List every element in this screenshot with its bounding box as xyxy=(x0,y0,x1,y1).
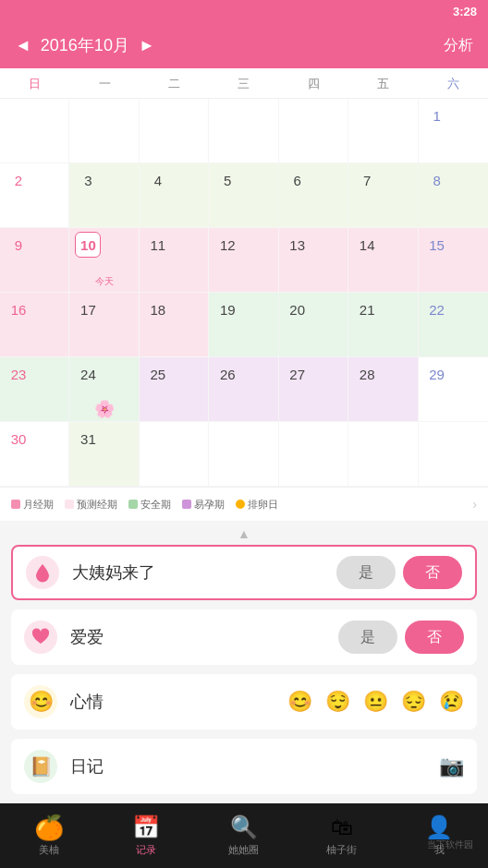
calendar-cell[interactable] xyxy=(140,99,209,163)
next-month-button[interactable]: ► xyxy=(139,36,155,55)
calendar-day-number: 10 xyxy=(75,232,101,258)
love-question-card: 爱爱 是 否 xyxy=(11,609,477,665)
calendar-cell[interactable]: 29 xyxy=(419,357,488,422)
calendar-cell[interactable]: 1 xyxy=(419,99,488,163)
love-yes-button[interactable]: 是 xyxy=(338,621,397,654)
legend-more-arrow[interactable]: › xyxy=(472,497,477,512)
nav-meizhu[interactable]: 🍊 美柚 xyxy=(0,814,98,857)
legend-predicted-dot xyxy=(65,500,74,509)
calendar-cell[interactable]: 15 xyxy=(419,228,488,293)
calendar-cell[interactable]: 17 xyxy=(69,293,139,357)
ovulation-icon: 🌸 xyxy=(94,399,115,419)
calendar-cell[interactable]: 10今天 xyxy=(69,228,139,293)
mood-happy[interactable]: 😊 xyxy=(287,690,312,714)
diary-question-card[interactable]: 📔 日记 📷 xyxy=(11,739,477,794)
mood-cry[interactable]: 😢 xyxy=(439,690,464,714)
nav-circle[interactable]: 🔍 她她圈 xyxy=(195,814,293,857)
calendar-day-number: 19 xyxy=(214,296,240,322)
calendar-cell[interactable]: 21 xyxy=(348,293,418,357)
calendar-cell[interactable] xyxy=(209,422,278,487)
calendar-cell[interactable]: 3 xyxy=(69,163,139,228)
calendar-day-number: 24 xyxy=(75,361,101,387)
calendar-cell[interactable]: 26 xyxy=(209,357,278,422)
weekday-row: 日 一 二 三 四 五 六 xyxy=(0,68,488,99)
calendar-day-number: 3 xyxy=(75,167,101,193)
legend-period-dot xyxy=(11,500,20,509)
calendar-cell[interactable]: 2 xyxy=(0,163,69,228)
calendar-cell[interactable]: 20 xyxy=(279,293,348,357)
period-yesno: 是 否 xyxy=(336,556,462,589)
calendar-day-number: 13 xyxy=(285,232,311,258)
bottom-nav: 🍊 美柚 📅 记录 🔍 她她圈 🛍 柚子街 👤 我 xyxy=(0,803,488,868)
diary-camera-icon[interactable]: 📷 xyxy=(439,754,464,778)
mood-neutral[interactable]: 😐 xyxy=(363,690,388,714)
calendar-cell[interactable]: 23 xyxy=(0,357,69,422)
calendar-day-number: 7 xyxy=(354,167,380,193)
mood-smiley-icon: 😊 xyxy=(29,690,54,714)
calendar-cell[interactable] xyxy=(348,99,418,163)
calendar-cell[interactable]: 9 xyxy=(0,228,69,293)
mood-calm[interactable]: 😌 xyxy=(325,690,350,714)
calendar-day-number: 20 xyxy=(285,296,311,322)
period-no-button[interactable]: 否 xyxy=(403,556,462,589)
period-yes-button[interactable]: 是 xyxy=(336,556,396,589)
calendar-cell[interactable]: 8 xyxy=(419,163,488,228)
status-time: 3:28 xyxy=(453,5,477,18)
calendar-cell[interactable]: 19 xyxy=(209,293,278,357)
legend-predicted: 预测经期 xyxy=(65,498,117,512)
calendar-cell[interactable] xyxy=(279,99,348,163)
calendar-cell[interactable] xyxy=(279,422,348,487)
calendar-cell[interactable] xyxy=(69,99,139,163)
calendar-cell[interactable] xyxy=(419,422,488,487)
weekday-sat: 六 xyxy=(419,68,488,98)
calendar-cell[interactable]: 24🌸 xyxy=(69,357,139,422)
love-label: 爱爱 xyxy=(70,626,338,648)
calendar-cell[interactable]: 27 xyxy=(279,357,348,422)
calendar-cell[interactable] xyxy=(209,99,278,163)
calendar-day-number: 2 xyxy=(6,167,31,193)
calendar-cell[interactable]: 4 xyxy=(140,163,209,228)
calendar-cell[interactable]: 5 xyxy=(209,163,278,228)
calendar-title: 2016年10月 xyxy=(41,34,129,56)
period-question-card: 大姨妈来了 是 否 xyxy=(11,545,477,600)
calendar-cell[interactable]: 11 xyxy=(140,228,209,293)
legend-predicted-label: 预测经期 xyxy=(77,498,117,512)
nav-me[interactable]: 👤 我 xyxy=(390,814,488,857)
calendar-cell[interactable]: 14 xyxy=(348,228,418,293)
mood-sad[interactable]: 😔 xyxy=(401,690,426,714)
record-icon: 📅 xyxy=(133,814,159,840)
calendar-day-number: 31 xyxy=(75,426,101,452)
calendar-cell[interactable]: 12 xyxy=(209,228,278,293)
calendar-day-number: 21 xyxy=(354,296,380,322)
calendar-cell[interactable]: 31 xyxy=(69,422,139,487)
nav-youzijie[interactable]: 🛍 柚子街 xyxy=(293,814,391,857)
calendar-cell[interactable]: 30 xyxy=(0,422,69,487)
calendar-cell[interactable] xyxy=(348,422,418,487)
calendar-day-number: 5 xyxy=(214,167,240,193)
calendar-day-number: 29 xyxy=(424,361,450,387)
calendar-cell[interactable]: 25 xyxy=(140,357,209,422)
nav-youzijie-label: 柚子街 xyxy=(326,843,357,857)
nav-record[interactable]: 📅 记录 xyxy=(98,814,196,857)
legend-fertile-dot xyxy=(182,500,191,509)
calendar-cell[interactable]: 6 xyxy=(279,163,348,228)
calendar-cell[interactable]: 13 xyxy=(279,228,348,293)
calendar-cell[interactable] xyxy=(140,422,209,487)
calendar-day-number: 11 xyxy=(145,232,171,258)
calendar-cell[interactable]: 22 xyxy=(419,293,488,357)
prev-month-button[interactable]: ◄ xyxy=(15,36,31,55)
questions-area: 大姨妈来了 是 否 爱爱 是 否 😊 心情 😊 😌 😐 😔 😢 xyxy=(0,545,488,794)
mood-question-card: 😊 心情 😊 😌 😐 😔 😢 xyxy=(11,674,477,729)
nav-circle-label: 她她圈 xyxy=(228,843,259,857)
mood-emojis: 😊 😌 😐 😔 😢 xyxy=(287,690,464,714)
expand-handle[interactable]: ▲ xyxy=(0,521,488,545)
calendar-cell[interactable]: 18 xyxy=(140,293,209,357)
calendar-cell[interactable]: 16 xyxy=(0,293,69,357)
calendar-cell[interactable] xyxy=(0,99,69,163)
calendar-day-number: 9 xyxy=(6,232,31,258)
love-no-button[interactable]: 否 xyxy=(405,621,464,654)
analysis-button[interactable]: 分析 xyxy=(444,36,473,55)
mood-icon-wrap: 😊 xyxy=(24,685,57,718)
calendar-cell[interactable]: 7 xyxy=(348,163,418,228)
calendar-cell[interactable]: 28 xyxy=(348,357,418,422)
